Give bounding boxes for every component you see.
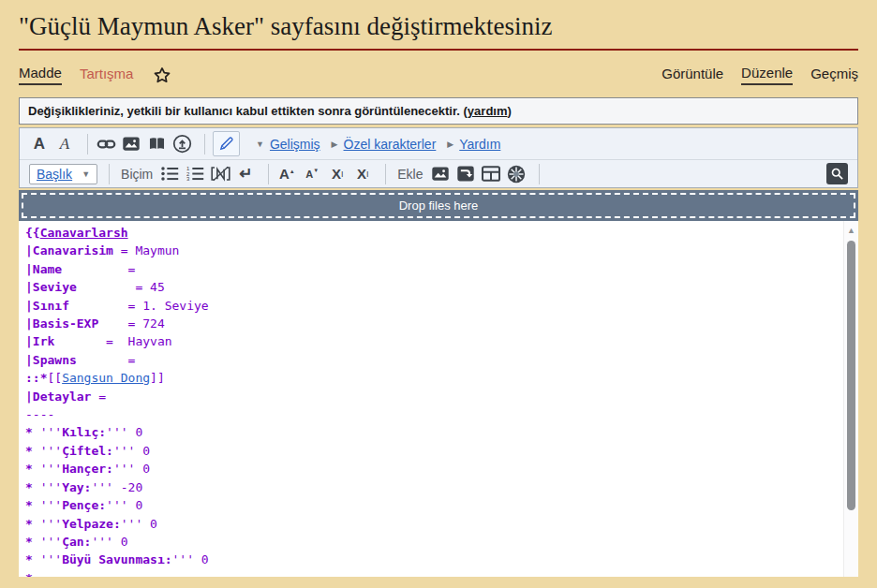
editor-line[interactable]: * '''Çiftel:''' 0 <box>25 442 841 460</box>
heading-dropdown-label: Başlık <box>37 167 72 182</box>
help-menu-label: Yardım <box>459 137 500 152</box>
tabs-right: Görüntüle Düzenle Geçmiş <box>661 65 858 85</box>
italic-a-icon: A <box>60 135 69 154</box>
editor-line[interactable]: * '''Yelpaze:''' 0 <box>25 515 841 533</box>
page-title: "Güçlü Maymun Asker" sayfasını değiştirm… <box>19 0 858 51</box>
editor-scrollbar[interactable]: ▲ <box>843 221 858 577</box>
editor-line[interactable]: |Spawns = <box>25 351 841 369</box>
editor-line[interactable]: * <box>25 569 841 577</box>
chain-link-icon <box>97 135 116 154</box>
scrollbar-up-arrow-icon[interactable]: ▲ <box>844 221 858 235</box>
superscript-x: X <box>332 166 341 182</box>
toolbar-separator <box>539 164 540 184</box>
nowiki-button[interactable] <box>210 163 230 185</box>
tabs-left: Madde Tartışma <box>19 65 171 85</box>
reference-icon <box>507 165 526 184</box>
chevron-down-icon: ▼ <box>256 140 264 149</box>
insert-image-icon <box>431 165 450 183</box>
editor-line[interactable]: |Detaylar = <box>25 388 841 405</box>
editor-line[interactable]: ::*[[Sangsun Dong]] <box>25 369 841 387</box>
wikitext-editor[interactable]: {{Canavarlarsh|Canavarisim = Maymun|Name… <box>19 221 858 577</box>
embed-file-button[interactable] <box>121 133 141 155</box>
small-text-button[interactable]: A▼ <box>302 163 322 185</box>
big-text-button[interactable]: A▲ <box>276 163 297 185</box>
subscript-button[interactable]: XI <box>352 163 373 185</box>
upload-button[interactable] <box>171 133 192 155</box>
tab-goruntule[interactable]: Görüntüle <box>661 66 723 84</box>
link-button[interactable] <box>96 133 116 155</box>
triangle-up-icon: ▲ <box>290 169 295 174</box>
svg-text:3: 3 <box>186 176 190 182</box>
drop-files-label: Drop files here <box>22 193 855 218</box>
subscript-x: X <box>357 166 366 182</box>
editor-content[interactable]: {{Canavarlarsh|Canavarisim = Maymun|Name… <box>19 221 858 577</box>
editor-line[interactable]: * '''Büyü Savunması:''' 0 <box>25 551 841 568</box>
numbered-list-icon: 123 <box>186 166 204 182</box>
tab-bar: Madde Tartışma Görüntüle Düzenle Geçmiş <box>19 65 858 85</box>
notice-text-after: ) <box>508 104 512 118</box>
editor-line[interactable]: |Sınıf = 1. Seviye <box>25 297 841 315</box>
bold-button[interactable]: A <box>29 133 50 155</box>
italic-button[interactable]: A <box>54 133 75 155</box>
editor-line[interactable]: * '''Pençe:''' 0 <box>25 496 841 514</box>
triangle-down-icon: ▼ <box>313 168 319 173</box>
wiki-editor-toolbar: A A ▼ Gelişmiş ▶ <box>19 127 858 188</box>
notice-help-link[interactable]: yardım <box>468 104 508 118</box>
toolbar-separator <box>87 134 88 154</box>
chevron-down-icon: ▼ <box>82 169 90 179</box>
table-button[interactable] <box>481 163 501 185</box>
editor-line[interactable]: * '''Çan:''' 0 <box>25 533 841 551</box>
image-icon <box>122 135 141 153</box>
insert-image-button[interactable] <box>430 163 451 185</box>
editor-line[interactable]: |Name = <box>25 260 841 278</box>
advanced-menu[interactable]: ▼ Gelişmiş <box>256 137 320 152</box>
bullet-list-button[interactable] <box>159 163 180 185</box>
watch-star-icon[interactable] <box>153 66 171 84</box>
scrollbar-thumb[interactable] <box>847 241 855 510</box>
numbered-list-button[interactable]: 123 <box>185 163 205 185</box>
help-menu[interactable]: ▶ Yardım <box>447 137 500 152</box>
tab-duzenle[interactable]: Düzenle <box>741 65 793 85</box>
toolbar-separator <box>268 164 269 184</box>
page: "Güçlü Maymun Asker" sayfasını değiştirm… <box>0 0 877 577</box>
special-characters-label: Özel karakterler <box>344 137 437 152</box>
bold-a-icon: A <box>34 135 45 154</box>
advanced-menu-label: Gelişmiş <box>270 137 320 152</box>
reference-button[interactable] <box>506 163 527 185</box>
editor-line[interactable]: ---- <box>25 405 841 423</box>
toolbar-row-advanced: Başlık ▼ Biçim 123 ↵ A▲ A▼ XI XI <box>20 160 857 187</box>
heading-dropdown[interactable]: Başlık ▼ <box>29 164 97 184</box>
upload-icon <box>172 134 192 154</box>
special-characters-menu[interactable]: ▶ Özel karakterler <box>332 137 437 152</box>
big-text-label: A <box>279 166 290 182</box>
editor-line[interactable]: * '''Hançer:''' 0 <box>25 460 841 478</box>
file-drop-zone[interactable]: Drop files here <box>19 190 858 221</box>
editor-line[interactable]: |Basis-EXP = 724 <box>25 315 841 332</box>
tab-gecmis[interactable]: Geçmiş <box>810 66 858 84</box>
chevron-right-icon: ▶ <box>447 140 453 149</box>
editor-line[interactable]: * '''Yay:''' -20 <box>25 478 841 496</box>
toolbar-separator <box>109 164 110 184</box>
editor-line[interactable]: |Irk = Hayvan <box>25 332 841 350</box>
editor-line[interactable]: {{Canavarlarsh <box>25 224 841 242</box>
tab-madde[interactable]: Madde <box>19 65 62 85</box>
newline-button[interactable]: ↵ <box>235 163 256 185</box>
format-group-label: Biçim <box>121 167 153 182</box>
bullet-list-icon <box>161 166 179 182</box>
toolbar-row-main: A A ▼ Gelişmiş ▶ <box>20 128 857 160</box>
book-icon <box>147 135 167 153</box>
superscript-button[interactable]: XI <box>327 163 348 185</box>
superscript-mark: I <box>341 169 344 179</box>
search-replace-button[interactable] <box>826 163 848 184</box>
redirect-button[interactable] <box>455 163 476 185</box>
tab-tartisma[interactable]: Tartışma <box>80 66 134 84</box>
edit-mode-button[interactable] <box>213 131 240 156</box>
newline-icon: ↵ <box>239 164 252 184</box>
reference-book-button[interactable] <box>146 133 167 155</box>
moderation-notice: Değişiklikleriniz, yetkili bir kullanıcı… <box>19 97 858 125</box>
nowiki-icon <box>211 166 230 182</box>
editor-line[interactable]: |Canavarisim = Maymun <box>25 242 841 259</box>
editor-line[interactable]: * '''Kılıç:''' 0 <box>25 423 841 441</box>
editor-line[interactable]: |Seviye = 45 <box>25 278 841 296</box>
toolbar-separator <box>385 164 386 184</box>
